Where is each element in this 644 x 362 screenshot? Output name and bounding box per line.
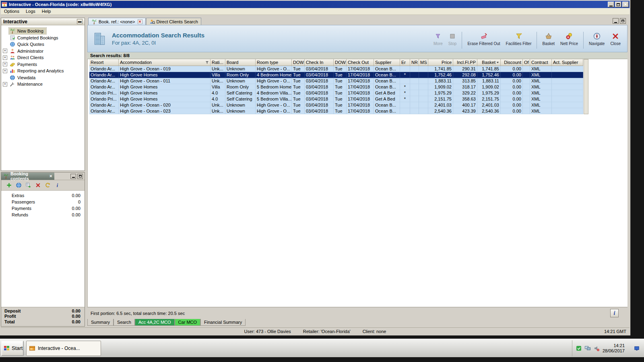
expander-plus-icon[interactable]: + (3, 82, 7, 86)
people-icon (10, 55, 15, 60)
sidebar-item-administrator[interactable]: +Administrator (1, 48, 85, 55)
erase-filtered-out-button[interactable]: Erase Filtered Out (465, 31, 502, 47)
info-button[interactable]: i (610, 309, 619, 317)
add-button[interactable] (6, 182, 12, 188)
result-row-4[interactable]: Orlando Ar...High Grove HomesVillaRoom O… (89, 84, 583, 90)
basket-button[interactable]: Basket (540, 31, 557, 47)
bc-minimize-button[interactable] (70, 174, 76, 179)
column-header-dow-7[interactable]: DOW (334, 59, 347, 66)
tabstrip-minimize-button[interactable] (613, 18, 619, 24)
close-button[interactable]: Close (608, 31, 623, 47)
tab-direct-clients-search[interactable]: Direct Clients Search (146, 18, 201, 25)
cell: High Grove Homes (119, 90, 211, 96)
sidebar-item-payments[interactable]: +Payments (1, 61, 85, 68)
show-desktop-icon[interactable] (634, 346, 640, 351)
result-row-3[interactable]: Orlando Ar...High Grove - Ocean - 011Unk… (89, 78, 583, 84)
bottom-tab-financial-summary[interactable]: Financial Summary (200, 319, 246, 326)
column-header-of-17[interactable]: Of (523, 59, 530, 66)
booking-contents-title-tab[interactable]: Booking contents ✕ (1, 173, 54, 180)
column-header-discount-16[interactable]: Discount (501, 59, 523, 66)
column-header-contract-18[interactable]: Contract (530, 59, 552, 66)
column-header-incl-fl-pp-14[interactable]: Incl.Fl.PP (453, 59, 477, 66)
facilities-filter-button[interactable]: Facilities Filter (504, 31, 534, 47)
toolbar-separator (462, 32, 462, 49)
tab-book-ref-none[interactable]: Book. ref.: <none>✕ (88, 18, 146, 25)
booking-contents-row[interactable]: Extras0.00 (1, 193, 85, 200)
bottom-tab-search[interactable]: Search (114, 319, 135, 326)
column-header-board-3[interactable]: Board (225, 59, 256, 66)
collapse-panel-button[interactable]: ▬ (77, 19, 83, 24)
bottom-tab-summary[interactable]: Summary (87, 319, 114, 326)
cell (419, 96, 428, 102)
sidebar-item-quick-quotes[interactable]: Quick Quotes (1, 41, 85, 48)
import-button[interactable] (25, 182, 31, 188)
cell: 1,975.29 (428, 90, 453, 96)
column-header-room-type-4[interactable]: Room type (256, 59, 292, 66)
result-row-1[interactable]: Orlando Ar...High Grove - Ocean - 019Unk… (89, 66, 583, 72)
row-label: Payments (12, 206, 72, 212)
result-row-8[interactable]: Orlando Ar...High Grove - Ocean - 023Unk… (89, 108, 583, 114)
nett-price-button[interactable]: Nett Price (558, 31, 580, 47)
menu-options[interactable]: Options (1, 8, 23, 14)
expander-plus-icon[interactable]: + (3, 49, 7, 53)
navigate-button[interactable]: Navigate (586, 31, 607, 47)
revert-button[interactable] (45, 182, 51, 188)
column-header-nr-11[interactable]: NR (410, 59, 419, 66)
column-header-rati-2[interactable]: Rati... (211, 59, 225, 66)
menu-help[interactable]: Help (39, 8, 54, 14)
booking-contents-row[interactable]: Passengers0 (1, 200, 85, 206)
globe-button[interactable] (16, 182, 22, 188)
result-row-7[interactable]: Orlando Ar...High Grove - Ocean - 020Unk… (89, 102, 583, 108)
sidebar-item-reporting-and-analytics[interactable]: +Reporting and Analytics (1, 68, 85, 74)
result-row-6[interactable]: Orlando Pri...High Grove Homes4.0Self Ca… (89, 96, 583, 102)
tab-close-icon[interactable]: ✕ (138, 19, 142, 24)
cell: Ocean B... (374, 84, 400, 90)
column-header-basket-15[interactable]: Basket (477, 59, 501, 66)
sidebar-item-new-booking[interactable]: New Booking (1, 28, 85, 35)
bottom-tab-acc-4a-2c-mco[interactable]: Acc 4A,2C MCO (135, 319, 175, 326)
close-button[interactable]: ✕ (622, 2, 629, 7)
booking-contents-close-icon[interactable]: ✕ (49, 175, 52, 178)
expander-plus-icon[interactable]: + (3, 56, 7, 60)
menu-logs[interactable]: Logs (23, 8, 39, 14)
grid-scrollbar[interactable] (584, 59, 588, 114)
start-button[interactable]: Start (1, 341, 24, 356)
bc-maximize-button[interactable] (77, 174, 83, 179)
column-header-dow-5[interactable]: DOW (292, 59, 305, 66)
column-header-ms-12[interactable]: MS (419, 59, 428, 66)
cell: 1,752.46 (428, 72, 453, 78)
sidebar-item-direct-clients[interactable]: +Direct Clients (1, 54, 85, 61)
column-header-check-out-8[interactable]: Check Out (347, 59, 374, 66)
column-header-accommodation-1[interactable]: Accommodation (119, 59, 211, 66)
maximize-button[interactable] (615, 2, 621, 7)
result-row-5[interactable]: Orlando Pri...High Grove Homes4.0Self Ca… (89, 90, 583, 96)
sidebar-item-completed-bookings[interactable]: Completed Bookings (1, 35, 85, 41)
cell: XML (530, 72, 552, 78)
minimize-button[interactable] (608, 2, 614, 7)
expander-plus-icon[interactable]: + (3, 62, 7, 66)
booking-contents-row[interactable]: Payments0.00 (1, 206, 85, 212)
sidebar-item-maintenance[interactable]: +Maintenance (1, 81, 85, 88)
column-header-check-in-6[interactable]: Check In (305, 59, 334, 66)
tabstrip-maximize-button[interactable] (620, 18, 626, 24)
column-label: Incl.Fl.PP (457, 60, 476, 65)
cell: 0.00 (501, 84, 523, 90)
column-header-act-supplier-19[interactable]: Act. Supplier (552, 59, 583, 66)
delete-button[interactable] (35, 182, 41, 188)
titlebar[interactable]: Interactive - Ocean-Florida (code: x8wWo… (1, 1, 630, 8)
booking-contents-row[interactable]: Refunds0.00 (1, 212, 85, 219)
bottom-tab-car-mco[interactable]: Car MCO (175, 319, 200, 326)
cell: Tue (292, 96, 305, 102)
taskbar-clock[interactable]: 14:21 28/06/2017 (603, 343, 625, 354)
taskbar-task-button[interactable]: Interactive - Ocea... (26, 341, 101, 356)
column-header-supplier-9[interactable]: Supplier (374, 59, 400, 66)
column-header-er-10[interactable]: Er (400, 59, 410, 66)
cell (523, 78, 530, 84)
sidebar-item-viewdata[interactable]: Viewdata (1, 74, 85, 81)
column-header-resort-0[interactable]: Resort (89, 59, 119, 66)
expander-plus-icon[interactable]: + (3, 69, 7, 73)
total-value: 0.00 (72, 314, 80, 319)
info-button[interactable]: i (54, 182, 60, 188)
column-header-price-13[interactable]: Price (428, 59, 453, 66)
result-row-2[interactable]: Orlando Ar...High Grove HomesVillaRoom O… (89, 72, 583, 78)
